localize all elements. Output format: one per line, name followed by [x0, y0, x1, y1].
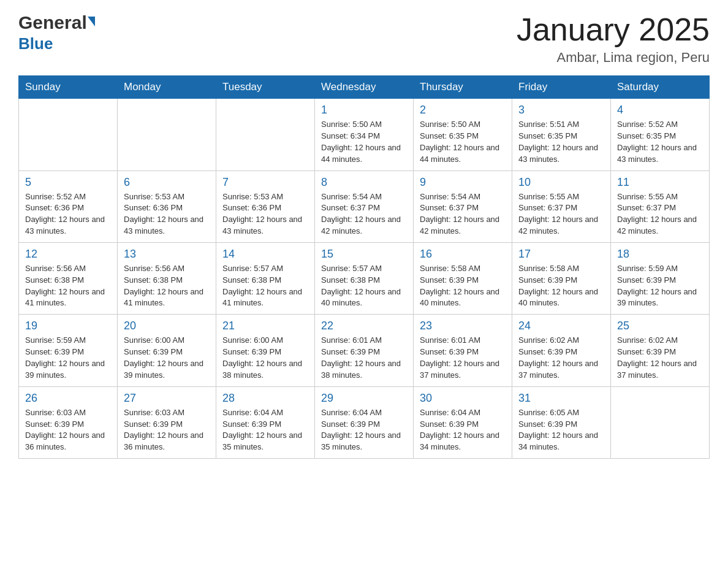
calendar-cell: 23Sunrise: 6:01 AMSunset: 6:39 PMDayligh…: [414, 315, 512, 386]
day-number: 25: [617, 320, 703, 332]
logo-triangle-icon: [88, 17, 95, 26]
day-number: 11: [617, 176, 703, 189]
calendar-cell: [118, 99, 216, 170]
day-info: Sunrise: 5:54 AMSunset: 6:37 PMDaylight:…: [420, 191, 506, 237]
calendar-cell: 15Sunrise: 5:57 AMSunset: 6:38 PMDayligh…: [315, 242, 414, 314]
calendar-cell: [19, 99, 118, 170]
day-info: Sunrise: 5:58 AMSunset: 6:39 PMDaylight:…: [518, 263, 604, 309]
week-row-3: 19Sunrise: 5:59 AMSunset: 6:39 PMDayligh…: [19, 315, 710, 386]
calendar-cell: 7Sunrise: 5:53 AMSunset: 6:36 PMDaylight…: [216, 170, 315, 242]
day-info: Sunrise: 5:51 AMSunset: 6:35 PMDaylight:…: [518, 119, 604, 165]
day-info: Sunrise: 5:54 AMSunset: 6:37 PMDaylight:…: [321, 191, 407, 237]
day-number: 23: [420, 320, 506, 332]
day-info: Sunrise: 5:58 AMSunset: 6:39 PMDaylight:…: [420, 263, 506, 309]
page-header: General Blue January 2025 Ambar, Lima re…: [18, 12, 710, 66]
day-info: Sunrise: 5:53 AMSunset: 6:36 PMDaylight:…: [222, 191, 308, 237]
calendar-cell: 18Sunrise: 5:59 AMSunset: 6:39 PMDayligh…: [611, 242, 710, 314]
calendar-cell: 13Sunrise: 5:56 AMSunset: 6:38 PMDayligh…: [118, 242, 216, 314]
calendar-cell: 8Sunrise: 5:54 AMSunset: 6:37 PMDaylight…: [315, 170, 414, 242]
day-number: 9: [420, 176, 506, 189]
day-number: 3: [518, 104, 604, 117]
header-day-monday: Monday: [118, 76, 216, 99]
day-number: 2: [420, 104, 506, 117]
header-day-friday: Friday: [512, 76, 611, 99]
week-row-0: 1Sunrise: 5:50 AMSunset: 6:34 PMDaylight…: [19, 99, 710, 170]
calendar-cell: 1Sunrise: 5:50 AMSunset: 6:34 PMDaylight…: [315, 99, 414, 170]
calendar-cell: 19Sunrise: 5:59 AMSunset: 6:39 PMDayligh…: [19, 315, 118, 386]
calendar-title: January 2025: [517, 12, 710, 47]
day-number: 1: [321, 104, 407, 117]
calendar-cell: 29Sunrise: 6:04 AMSunset: 6:39 PMDayligh…: [315, 386, 414, 458]
day-info: Sunrise: 6:04 AMSunset: 6:39 PMDaylight:…: [321, 407, 407, 453]
calendar-cell: 16Sunrise: 5:58 AMSunset: 6:39 PMDayligh…: [414, 242, 512, 314]
day-info: Sunrise: 6:03 AMSunset: 6:39 PMDaylight:…: [124, 407, 210, 453]
day-info: Sunrise: 5:57 AMSunset: 6:38 PMDaylight:…: [222, 263, 308, 309]
calendar-cell: 20Sunrise: 6:00 AMSunset: 6:39 PMDayligh…: [118, 315, 216, 386]
calendar-cell: 25Sunrise: 6:02 AMSunset: 6:39 PMDayligh…: [611, 315, 710, 386]
calendar-header: SundayMondayTuesdayWednesdayThursdayFrid…: [19, 76, 710, 99]
day-number: 13: [124, 248, 210, 261]
day-number: 28: [222, 392, 308, 405]
day-number: 31: [518, 392, 604, 405]
week-row-2: 12Sunrise: 5:56 AMSunset: 6:38 PMDayligh…: [19, 242, 710, 314]
day-info: Sunrise: 5:55 AMSunset: 6:37 PMDaylight:…: [617, 191, 703, 237]
day-info: Sunrise: 6:04 AMSunset: 6:39 PMDaylight:…: [420, 407, 506, 453]
day-number: 20: [124, 320, 210, 332]
day-info: Sunrise: 5:53 AMSunset: 6:36 PMDaylight:…: [124, 191, 210, 237]
day-info: Sunrise: 5:56 AMSunset: 6:38 PMDaylight:…: [124, 263, 210, 309]
day-number: 6: [124, 176, 210, 189]
calendar-cell: 28Sunrise: 6:04 AMSunset: 6:39 PMDayligh…: [216, 386, 315, 458]
calendar-cell: 4Sunrise: 5:52 AMSunset: 6:35 PMDaylight…: [611, 99, 710, 170]
header-row: SundayMondayTuesdayWednesdayThursdayFrid…: [19, 76, 710, 99]
day-info: Sunrise: 5:50 AMSunset: 6:34 PMDaylight:…: [321, 119, 407, 165]
day-number: 14: [222, 248, 308, 261]
calendar-cell: 3Sunrise: 5:51 AMSunset: 6:35 PMDaylight…: [512, 99, 611, 170]
calendar-cell: 6Sunrise: 5:53 AMSunset: 6:36 PMDaylight…: [118, 170, 216, 242]
day-info: Sunrise: 6:04 AMSunset: 6:39 PMDaylight:…: [222, 407, 308, 453]
day-number: 24: [518, 320, 604, 332]
calendar-cell: 12Sunrise: 5:56 AMSunset: 6:38 PMDayligh…: [19, 242, 118, 314]
week-row-4: 26Sunrise: 6:03 AMSunset: 6:39 PMDayligh…: [19, 386, 710, 458]
day-info: Sunrise: 6:03 AMSunset: 6:39 PMDaylight:…: [25, 407, 111, 453]
day-info: Sunrise: 6:05 AMSunset: 6:39 PMDaylight:…: [518, 407, 604, 453]
calendar-cell: 22Sunrise: 6:01 AMSunset: 6:39 PMDayligh…: [315, 315, 414, 386]
day-info: Sunrise: 6:00 AMSunset: 6:39 PMDaylight:…: [124, 335, 210, 381]
calendar-cell: 11Sunrise: 5:55 AMSunset: 6:37 PMDayligh…: [611, 170, 710, 242]
header-day-tuesday: Tuesday: [216, 76, 315, 99]
day-number: 29: [321, 392, 407, 405]
day-info: Sunrise: 5:59 AMSunset: 6:39 PMDaylight:…: [617, 263, 703, 309]
day-info: Sunrise: 5:56 AMSunset: 6:38 PMDaylight:…: [25, 263, 111, 309]
logo-blue-text: Blue: [18, 34, 53, 53]
calendar-table: SundayMondayTuesdayWednesdayThursdayFrid…: [18, 75, 710, 459]
day-number: 27: [124, 392, 210, 405]
day-info: Sunrise: 5:59 AMSunset: 6:39 PMDaylight:…: [25, 335, 111, 381]
logo-general-text: General: [18, 12, 87, 33]
day-info: Sunrise: 5:57 AMSunset: 6:38 PMDaylight:…: [321, 263, 407, 309]
day-number: 8: [321, 176, 407, 189]
day-info: Sunrise: 5:52 AMSunset: 6:36 PMDaylight:…: [25, 191, 111, 237]
day-info: Sunrise: 6:01 AMSunset: 6:39 PMDaylight:…: [420, 335, 506, 381]
calendar-cell: 24Sunrise: 6:02 AMSunset: 6:39 PMDayligh…: [512, 315, 611, 386]
day-number: 19: [25, 320, 111, 332]
title-section: January 2025 Ambar, Lima region, Peru: [517, 12, 710, 66]
day-info: Sunrise: 5:55 AMSunset: 6:37 PMDaylight:…: [518, 191, 604, 237]
day-number: 12: [25, 248, 111, 261]
calendar-cell: 31Sunrise: 6:05 AMSunset: 6:39 PMDayligh…: [512, 386, 611, 458]
day-info: Sunrise: 5:50 AMSunset: 6:35 PMDaylight:…: [420, 119, 506, 165]
calendar-cell: [611, 386, 710, 458]
calendar-cell: 30Sunrise: 6:04 AMSunset: 6:39 PMDayligh…: [414, 386, 512, 458]
day-number: 18: [617, 248, 703, 261]
calendar-cell: 10Sunrise: 5:55 AMSunset: 6:37 PMDayligh…: [512, 170, 611, 242]
header-day-saturday: Saturday: [611, 76, 710, 99]
day-info: Sunrise: 6:00 AMSunset: 6:39 PMDaylight:…: [222, 335, 308, 381]
day-number: 7: [222, 176, 308, 189]
day-number: 15: [321, 248, 407, 261]
header-day-wednesday: Wednesday: [315, 76, 414, 99]
logo: General Blue: [18, 12, 95, 53]
day-info: Sunrise: 6:01 AMSunset: 6:39 PMDaylight:…: [321, 335, 407, 381]
calendar-cell: 2Sunrise: 5:50 AMSunset: 6:35 PMDaylight…: [414, 99, 512, 170]
day-number: 22: [321, 320, 407, 332]
calendar-cell: 21Sunrise: 6:00 AMSunset: 6:39 PMDayligh…: [216, 315, 315, 386]
calendar-cell: 26Sunrise: 6:03 AMSunset: 6:39 PMDayligh…: [19, 386, 118, 458]
day-number: 17: [518, 248, 604, 261]
